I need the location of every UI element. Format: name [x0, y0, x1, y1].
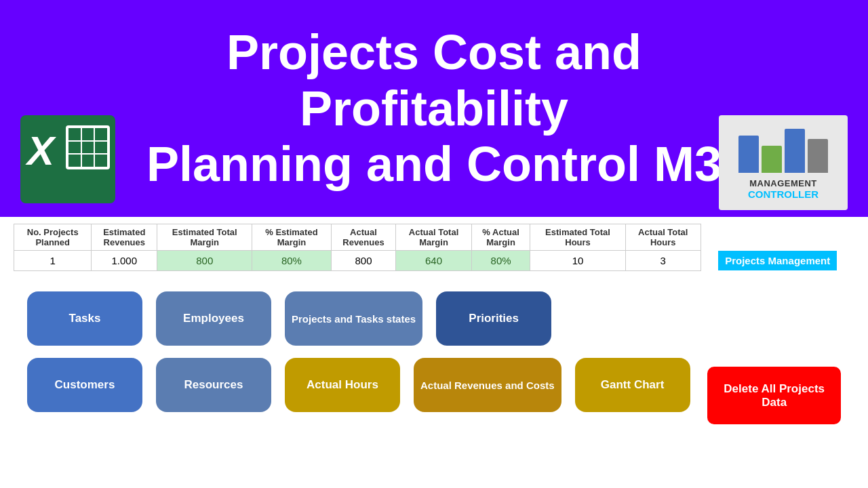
gantt-chart-button[interactable]: Gantt Chart: [575, 358, 690, 412]
projects-tasks-states-button[interactable]: Projects and Tasks states: [285, 291, 422, 346]
val-actual-total-hours: 3: [625, 251, 701, 271]
management-controller-badge: MANAGEMENT CONTROLLER: [719, 115, 848, 210]
header-section: Projects Cost and Profitability Planning…: [0, 0, 868, 217]
val-actual-total-margin: 640: [396, 251, 471, 271]
employees-button[interactable]: Employees: [156, 291, 271, 346]
customers-button[interactable]: Customers: [27, 358, 142, 412]
bar1: [738, 136, 759, 173]
actual-revenues-costs-button[interactable]: Actual Revenues and Costs: [414, 358, 561, 412]
header-no-projects: No. ProjectsPlanned: [14, 224, 92, 251]
mgmt-label: MANAGEMENT: [749, 178, 817, 188]
header-projects-mgmt: [701, 224, 854, 251]
bar3: [785, 129, 805, 173]
bar4: [808, 139, 828, 173]
header-actual-total-margin: Actual TotalMargin: [396, 224, 471, 251]
bar2: [762, 146, 782, 173]
excel-grid-icon: [66, 125, 110, 169]
priorities-button[interactable]: Priorities: [436, 291, 551, 346]
delete-all-projects-button[interactable]: Delete All ProjectsData: [707, 367, 841, 424]
val-est-total-margin: 800: [157, 251, 252, 271]
stats-section: No. ProjectsPlanned EstimatedRevenues Es…: [0, 217, 868, 278]
excel-x-letter: X: [27, 127, 54, 174]
val-est-total-hours: 10: [530, 251, 625, 271]
header-est-total-hours: Estimated TotalHours: [530, 224, 625, 251]
header-pct-actual-margin: % ActualMargin: [471, 224, 530, 251]
val-est-revenues: 1.000: [92, 251, 157, 271]
stats-table: No. ProjectsPlanned EstimatedRevenues Es…: [14, 224, 854, 271]
buttons-section: Tasks Employees Projects and Tasks state…: [0, 278, 868, 431]
header-est-total-margin: Estimated TotalMargin: [157, 224, 252, 251]
projects-management-button[interactable]: Projects Management: [718, 251, 837, 270]
header-actual-total-hours: Actual TotalHours: [625, 224, 701, 251]
ctrl-label: CONTROLLER: [748, 188, 818, 200]
chart-bars-icon: [738, 125, 828, 173]
val-no-projects: 1: [14, 251, 92, 271]
header-actual-revenues: ActualRevenues: [331, 224, 396, 251]
val-actual-revenues: 800: [331, 251, 396, 271]
stats-data-row: 1 1.000 800 80% 800 640 80% 10 3 Project…: [14, 251, 854, 271]
nav-row-1: Tasks Employees Projects and Tasks state…: [27, 291, 841, 346]
stats-header-row: No. ProjectsPlanned EstimatedRevenues Es…: [14, 224, 854, 251]
header-pct-est-margin: % EstimatedMargin: [252, 224, 331, 251]
actual-hours-button[interactable]: Actual Hours: [285, 358, 400, 412]
excel-logo: X: [20, 115, 115, 203]
resources-button[interactable]: Resources: [156, 358, 271, 412]
val-pct-est-margin: 80%: [252, 251, 331, 271]
val-pct-actual-margin: 80%: [471, 251, 530, 271]
tasks-button[interactable]: Tasks: [27, 291, 142, 346]
header-est-revenues: EstimatedRevenues: [92, 224, 157, 251]
